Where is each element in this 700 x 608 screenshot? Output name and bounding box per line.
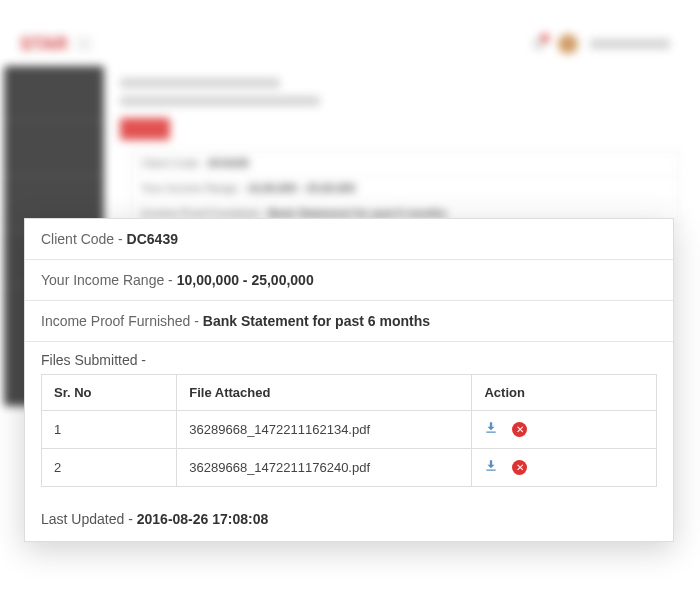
client-code-label: Client Code -: [41, 231, 127, 247]
col-sr-no: Sr. No: [42, 375, 177, 411]
income-proof-row: Income Proof Furnished - Bank Statement …: [25, 301, 673, 342]
last-updated-value: 2016-08-26 17:08:08: [137, 511, 269, 527]
delete-icon[interactable]: ✕: [512, 422, 527, 437]
client-code-row: Client Code - DC6439: [25, 219, 673, 260]
bg-info-panel: Client Code - DC6439 Your Income Range -…: [130, 150, 680, 227]
cell-file: 36289668_1472211176240.pdf: [177, 449, 472, 487]
cell-sr: 2: [42, 449, 177, 487]
col-file-attached: File Attached: [177, 375, 472, 411]
bg-content: [120, 70, 690, 152]
last-updated-row: Last Updated - 2016-08-26 17:08:08: [25, 497, 673, 541]
income-range-row: Your Income Range - 10,00,000 - 25,00,00…: [25, 260, 673, 301]
cell-sr: 1: [42, 411, 177, 449]
files-table-wrap: Sr. No File Attached Action 1 36289668_1…: [25, 374, 673, 497]
download-icon[interactable]: [484, 459, 498, 476]
last-updated-label: Last Updated -: [41, 511, 137, 527]
client-detail-card: Client Code - DC6439 Your Income Range -…: [24, 218, 674, 542]
files-submitted-label: Files Submitted -: [25, 342, 673, 374]
income-range-value: 10,00,000 - 25,00,000: [177, 272, 314, 288]
income-range-label: Your Income Range -: [41, 272, 177, 288]
notification-bell-icon: [532, 37, 546, 51]
delete-icon[interactable]: ✕: [512, 460, 527, 475]
cell-action: ✕: [472, 449, 657, 487]
bg-header: STAR: [10, 26, 690, 62]
bg-logo-box: [76, 36, 92, 52]
bg-submit-button: [120, 118, 170, 140]
table-row: 2 36289668_1472211176240.pdf ✕: [42, 449, 657, 487]
cell-action: ✕: [472, 411, 657, 449]
client-code-value: DC6439: [127, 231, 178, 247]
col-action: Action: [472, 375, 657, 411]
bg-logo: STAR: [20, 34, 68, 55]
income-proof-label: Income Proof Furnished -: [41, 313, 203, 329]
avatar: [558, 34, 578, 54]
cell-file: 36289668_1472211162134.pdf: [177, 411, 472, 449]
income-proof-value: Bank Statement for past 6 months: [203, 313, 430, 329]
table-row: 1 36289668_1472211162134.pdf ✕: [42, 411, 657, 449]
download-icon[interactable]: [484, 421, 498, 438]
bg-user-name: [590, 39, 670, 49]
files-table: Sr. No File Attached Action 1 36289668_1…: [41, 374, 657, 487]
